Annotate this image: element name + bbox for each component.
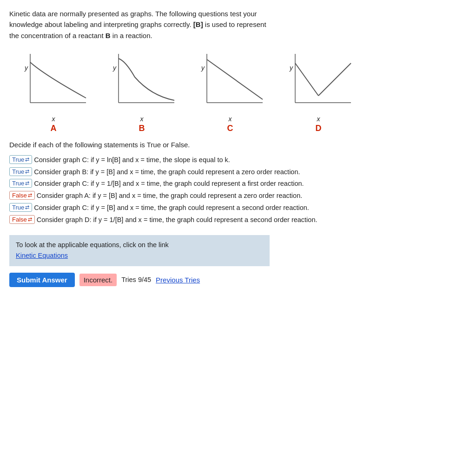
statements-list: True ⇄ Consider graph C: if y = ln[B] an… [9,155,467,227]
graph-A-x-label: x [52,115,55,123]
graph-B: y x B [98,49,186,133]
answer-badge-4[interactable]: False ⇄ [9,191,35,200]
answer-badge-5-label: True [12,204,24,211]
statement-row-5: True ⇄ Consider graph C: if y = [B] and … [9,203,467,213]
answer-badge-3-label: True [12,180,24,187]
statement-text-4: Consider graph A: if y = [B] and x = tim… [37,191,467,201]
statement-row-1: True ⇄ Consider graph C: if y = ln[B] an… [9,155,467,165]
graph-D: y x D [274,49,363,133]
statement-text-1: Consider graph C: if y = ln[B] and x = t… [34,155,467,165]
graph-C: y x C [186,49,274,133]
arrow-icon-4: ⇄ [28,192,32,198]
statement-row-6: False ⇄ Consider graph D: if y = 1/[B] a… [9,215,467,225]
arrow-icon-2: ⇄ [25,169,29,175]
kinetic-equations-link[interactable]: Kinetic Equations [16,252,68,259]
graph-B-svg-wrap: y [105,49,179,114]
arrow-icon-6: ⇄ [28,216,32,223]
info-box-line1: To look at the applicable equations, cli… [16,241,169,249]
graph-C-x-label: x [229,115,232,123]
svg-text:y: y [201,64,205,72]
answer-badge-1[interactable]: True ⇄ [9,155,32,164]
graph-C-svg-wrap: y [193,49,267,114]
graph-B-svg: y [105,49,179,114]
graph-C-letter: C [227,124,233,133]
intro-text5: in a reaction. [111,32,152,39]
graph-B-letter: B [139,124,145,133]
graph-C-svg: y [193,49,267,114]
answer-badge-3[interactable]: True ⇄ [9,179,32,188]
answer-badge-1-label: True [12,156,24,163]
submit-answer-button[interactable]: Submit Answer [9,273,75,287]
incorrect-label: Incorrect. [84,276,113,284]
graph-D-svg-wrap: y [281,49,356,114]
intro-text3: is used to represent [203,20,266,28]
svg-line-9 [207,59,263,99]
answer-badge-5[interactable]: True ⇄ [9,203,32,212]
statement-row-3: True ⇄ Consider graph C: if y = 1/[B] an… [9,179,467,189]
arrow-icon-1: ⇄ [25,157,29,163]
graph-B-x-label: x [140,115,144,123]
intro-text2: knowledge about labeling and interpretin… [9,20,193,28]
graphs-row: y x A y x B y [9,49,467,133]
graph-D-letter: D [316,124,322,133]
graph-D-svg: y [281,49,356,114]
svg-line-13 [295,63,318,96]
statement-text-6: Consider graph D: if y = 1/[B] and x = t… [37,215,467,225]
graph-A: y x A [9,49,98,133]
answer-badge-6-label: False [12,216,27,223]
statement-text-5: Consider graph C: if y = [B] and x = tim… [34,203,467,213]
answer-badge-4-label: False [12,192,27,199]
graph-D-x-label: x [317,115,320,123]
statement-row-4: False ⇄ Consider graph A: if y = [B] and… [9,191,467,201]
decide-text: Decide if each of the following statemen… [9,141,467,149]
arrow-icon-5: ⇄ [25,204,29,210]
intro-bold-B-bracket: [B] [193,20,203,28]
statement-text-3: Consider graph C: if y = 1/[B] and x = t… [34,179,467,189]
intro-text4: the concentration of a reactant [9,32,106,39]
incorrect-badge: Incorrect. [79,274,117,286]
previous-tries-link[interactable]: Previous Tries [156,276,200,284]
svg-text:y: y [112,64,117,72]
info-box: To look at the applicable equations, cli… [9,235,270,266]
graph-A-letter: A [51,124,57,133]
bottom-row: Submit Answer Incorrect. Tries 9/45 Prev… [9,273,467,287]
svg-text:y: y [24,64,28,72]
svg-text:y: y [289,64,293,72]
statement-row-2: True ⇄ Consider graph B: if y = [B] and … [9,167,467,177]
intro-paragraph: Kinetic data are normally presented as g… [9,8,353,41]
graph-A-svg: y [16,49,91,114]
intro-text1: Kinetic data are normally presented as g… [9,10,257,18]
arrow-icon-3: ⇄ [25,180,29,186]
answer-badge-2-label: True [12,168,24,175]
svg-line-14 [318,63,351,96]
intro-bold-B: B [106,32,111,39]
graph-A-svg-wrap: y [16,49,91,114]
answer-badge-2[interactable]: True ⇄ [9,167,32,176]
answer-badge-6[interactable]: False ⇄ [9,215,35,224]
statement-text-2: Consider graph B: if y = [B] and x = tim… [34,167,467,177]
tries-text: Tries 9/45 [121,276,151,283]
